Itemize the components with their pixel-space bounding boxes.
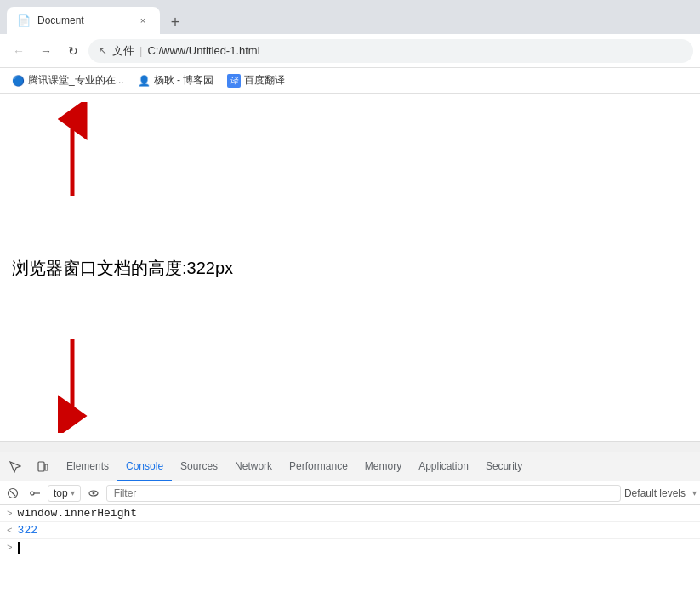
console-prompt-row[interactable]: > [0, 539, 700, 556]
address-separator: | [139, 44, 142, 57]
svg-point-12 [92, 492, 94, 494]
bookmark-tencent-icon: 🔵 [12, 75, 25, 87]
chrome-window: 📄 Document × + ← → ↻ ↖ 文件 | C:/www/Untit… [0, 0, 700, 609]
bookmark-tencent[interactable]: 🔵 腾讯课堂_专业的在... [7, 71, 129, 89]
context-chevron-icon: ▾ [71, 488, 75, 498]
tab-sources[interactable]: Sources [172, 452, 226, 481]
page-height-text: 浏览器窗口文档的高度:322px [12, 256, 233, 279]
address-bar[interactable]: ↖ 文件 | C:/www/Untitled-1.html [88, 39, 693, 63]
console-clear-button[interactable] [3, 484, 22, 503]
arrow-up-indicator [47, 102, 98, 196]
tab-close-button[interactable]: × [136, 14, 150, 27]
console-filter-input[interactable] [106, 485, 621, 502]
active-tab[interactable]: 📄 Document × [7, 7, 160, 34]
console-filter-toggle[interactable] [26, 484, 44, 503]
console-input-arrow: > [7, 509, 13, 519]
tab-memory[interactable]: Memory [356, 452, 410, 481]
console-prompt-arrow: > [7, 543, 13, 553]
svg-line-7 [10, 491, 15, 496]
console-output: > window.innerHeight < 322 > [0, 505, 700, 609]
execution-context-select[interactable]: top ▾ [48, 485, 81, 502]
back-button[interactable]: ← [7, 39, 31, 63]
console-row-output: < 322 [0, 522, 700, 539]
bookmarks-bar: 🔵 腾讯课堂_专业的在... 👤 杨耿 - 博客园 译 百度翻译 [0, 68, 700, 94]
console-input-text: window.innerHeight [18, 507, 137, 520]
content-area: 浏览器窗口文档的高度:322px [0, 94, 700, 452]
tab-network[interactable]: Network [226, 452, 281, 481]
forward-button[interactable]: → [34, 39, 58, 63]
console-output-arrow: < [7, 526, 13, 536]
new-tab-button[interactable]: + [163, 10, 187, 34]
address-prefix: 文件 [112, 43, 134, 59]
context-value: top [54, 487, 68, 499]
refresh-button[interactable]: ↻ [61, 39, 85, 63]
console-eye-button[interactable] [84, 484, 103, 503]
console-toolbar: top ▾ Default levels ▾ [0, 481, 700, 505]
nav-bar: ← → ↻ ↖ 文件 | C:/www/Untitled-1.html [0, 34, 700, 68]
horizontal-scrollbar[interactable] [0, 441, 700, 452]
console-output-value: 322 [18, 524, 37, 537]
security-icon: ↖ [99, 45, 107, 57]
inspect-element-button[interactable] [3, 455, 27, 479]
console-row-input: > window.innerHeight [0, 505, 700, 522]
webpage: 浏览器窗口文档的高度:322px [0, 94, 700, 441]
arrow-down-indicator [47, 339, 98, 433]
tab-application[interactable]: Application [410, 452, 477, 481]
default-levels-button[interactable]: Default levels [624, 487, 689, 499]
bookmark-translate-icon: 译 [227, 74, 241, 88]
tab-security[interactable]: Security [477, 452, 531, 481]
svg-point-8 [31, 492, 34, 495]
svg-rect-4 [38, 462, 44, 471]
tab-title: Document [37, 14, 129, 26]
console-cursor [18, 542, 20, 554]
tab-elements[interactable]: Elements [58, 452, 117, 481]
address-url: C:/www/Untitled-1.html [147, 44, 259, 57]
tab-bar: 📄 Document × + [0, 0, 700, 34]
bookmark-translate-label: 百度翻译 [244, 73, 285, 88]
bookmark-blog-label: 杨耿 - 博客园 [154, 73, 214, 88]
bookmark-blog[interactable]: 👤 杨耿 - 博客园 [133, 71, 219, 89]
tab-console[interactable]: Console [117, 452, 172, 481]
bookmark-tencent-label: 腾讯课堂_专业的在... [28, 73, 124, 88]
device-toolbar-button[interactable] [31, 455, 54, 479]
devtools-panel: Elements Console Sources Network Perform… [0, 452, 700, 609]
bookmark-translate[interactable]: 译 百度翻译 [222, 71, 290, 89]
default-levels-chevron-icon: ▾ [692, 488, 697, 498]
bookmark-blog-icon: 👤 [138, 75, 151, 87]
tab-favicon: 📄 [17, 14, 31, 27]
tab-performance[interactable]: Performance [281, 452, 356, 481]
svg-rect-5 [45, 464, 48, 470]
devtools-tab-bar: Elements Console Sources Network Perform… [0, 452, 700, 481]
